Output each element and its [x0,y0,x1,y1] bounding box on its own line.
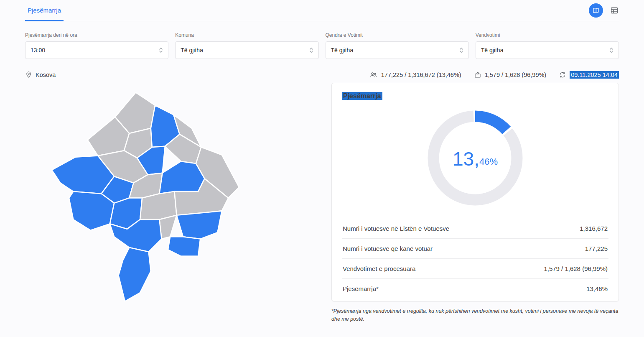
updated-stat-value: 09.11.2025 14:04 [570,71,619,79]
table-view-button[interactable] [610,6,619,15]
main-content: Pjesëmarrja 13, 46% Numr [25,83,619,324]
qendra-select[interactable]: Të gjitha [326,41,469,59]
row-value: 1,316,672 [580,225,608,232]
table-row: Numri i votuesve në Listën e Votuesve 1,… [342,219,608,239]
refresh-icon [559,71,566,79]
location-name: Kosova [36,71,56,78]
row-label: Pjesëmarrja* [343,285,379,292]
komuna-select-value: Të gjitha [181,47,203,54]
chevron-up-down-icon [609,47,613,54]
filter-row: Pjesëmarrja deri në ora 13:00 Komuna Të … [25,32,619,59]
filter-vendvotimi: Vendvotimi Të gjitha [476,32,619,59]
stations-stat: 1,579 / 1,628 (96,99%) [474,71,547,79]
vendvotimi-select-value: Të gjitha [481,47,504,54]
turnout-card: Pjesëmarrja 13, 46% Numr [331,83,619,301]
updated-stat: 09.11.2025 14:04 [559,71,619,79]
row-value: 13,46% [586,285,608,292]
people-icon [369,71,378,79]
tab-label: Pjesëmarrja [28,7,61,14]
voters-stat-value: 177,225 / 1,316,672 (13,46%) [381,71,461,78]
row-value: 177,225 [585,245,608,252]
ballot-box-icon [474,71,481,79]
chevron-up-down-icon [159,47,163,54]
komuna-select[interactable]: Të gjitha [175,41,318,59]
hour-select[interactable]: 13:00 [25,41,168,59]
filter-komuna: Komuna Të gjitha [175,32,318,59]
row-label: Vendvotimet e procesuara [343,265,415,272]
filter-qendra-label: Qendra e Votimit [326,32,469,38]
stats-table: Numri i votuesve në Listën e Votuesve 1,… [342,219,608,299]
vendvotimi-select[interactable]: Të gjitha [476,41,619,59]
table-row: Pjesëmarrja* 13,46% [342,279,608,299]
municipality-shape[interactable] [119,248,151,301]
hour-select-value: 13:00 [31,47,45,54]
municipality-shape[interactable] [168,237,200,256]
card-title: Pjesëmarrja [342,92,382,100]
filter-vendvotimi-label: Vendvotimi [476,32,619,38]
municipality-shape[interactable] [159,215,176,239]
map-pane [25,83,331,324]
map-view-button[interactable] [589,3,603,18]
tab-pjesemarrja[interactable]: Pjesëmarrja [25,0,64,21]
filter-hour-label: Pjesëmarrja deri në ora [25,32,168,38]
tab-bar: Pjesëmarrja [25,0,619,21]
turnout-dashboard: Pjesëmarrja [0,0,644,324]
row-label: Numri i votuesve në Listën e Votuesve [343,225,449,232]
municipality-shape[interactable] [177,211,222,239]
filter-hour: Pjesëmarrja deri në ora 13:00 [25,32,168,59]
location-pin-icon [25,71,32,79]
qendra-select-value: Të gjitha [331,47,354,54]
table-icon [610,6,619,15]
table-row: Vendvotimet e procesuara 1,579 / 1,628 (… [342,259,608,279]
status-bar: Kosova 177,225 / 1,316,672 (13,46%) [25,71,619,79]
voters-stat: 177,225 / 1,316,672 (13,46%) [369,71,461,79]
table-row: Numri i votuesve që kanë votuar 177,225 [342,239,608,259]
chevron-up-down-icon [459,47,463,54]
view-toggle [589,0,619,21]
row-value: 1,579 / 1,628 (96,99%) [544,265,608,272]
turnout-footnote: *Pjesëmarrja nga vendvotimet e rregullta… [331,307,619,324]
chevron-up-down-icon [309,47,313,54]
right-column: Pjesëmarrja 13, 46% Numr [331,83,619,324]
turnout-donut: 13, 46% [427,110,523,208]
map-icon [592,7,600,14]
stations-stat-value: 1,579 / 1,628 (96,99%) [485,71,547,78]
kosovo-map[interactable] [49,90,244,306]
row-label: Numri i votuesve që kanë votuar [343,245,433,252]
filter-qendra: Qendra e Votimit Të gjitha [326,32,469,59]
filter-komuna-label: Komuna [175,32,318,38]
